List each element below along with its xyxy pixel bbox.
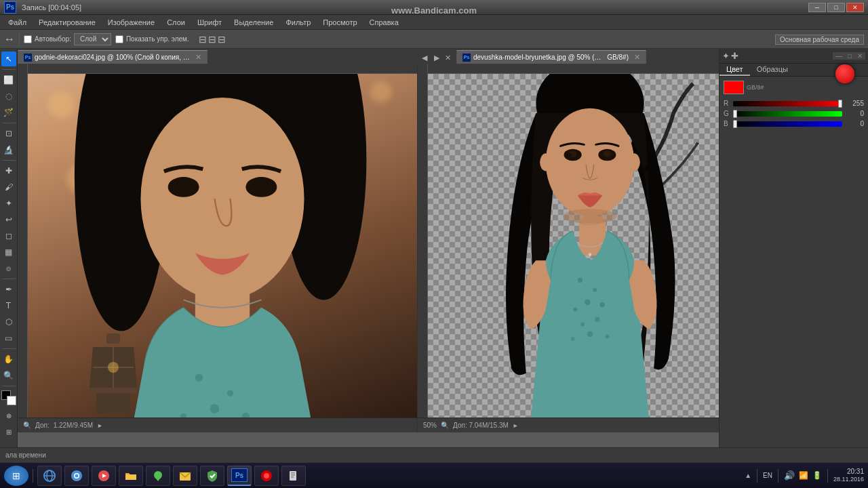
screen-mode-btn[interactable]: ⊞ (1, 424, 16, 439)
tab-samples[interactable]: Образцы (750, 64, 795, 76)
brush-tool[interactable]: 🖌 (1, 180, 16, 195)
svg-point-36 (580, 322, 585, 326)
healing-tool[interactable]: ✚ (1, 163, 16, 178)
text-tool[interactable]: T (1, 298, 16, 313)
eraser-tool[interactable]: ◻ (1, 228, 16, 243)
background-color[interactable] (7, 396, 16, 405)
tool-divider-1 (2, 69, 16, 70)
panel-expand-icon[interactable]: □ (845, 52, 854, 60)
lasso-tool[interactable]: ◌ (1, 89, 16, 104)
shape-tool[interactable]: ▭ (1, 331, 16, 346)
maximize-button[interactable]: □ (827, 3, 845, 12)
battery-icon[interactable]: 🔋 (812, 471, 822, 480)
clock[interactable]: 20:31 28.11.2016 (833, 467, 864, 484)
g-slider[interactable] (733, 111, 842, 117)
r-slider-thumb[interactable] (838, 100, 842, 108)
move-tool[interactable]: ↖ (1, 52, 16, 66)
menu-file[interactable]: Файл (3, 17, 32, 28)
dodge-tool[interactable]: ⌾ (1, 261, 16, 276)
right-zoom-icon[interactable]: 🔍 (441, 422, 449, 429)
auto-select-checkbox[interactable] (24, 35, 32, 43)
left-canvas[interactable]: 🔍 Доп: 1.22M/9.45M ► (18, 49, 418, 432)
auto-select-group: Автовыбор: Слой (24, 33, 111, 45)
menu-layers[interactable]: Слои (161, 17, 191, 28)
panel-menu-btn[interactable]: ✕ (442, 52, 454, 64)
taskbar-media[interactable] (92, 466, 116, 486)
align-right-btn[interactable]: ⊟ (218, 34, 226, 45)
b-slider-thumb[interactable] (733, 120, 737, 128)
close-button[interactable]: ✕ (846, 3, 864, 12)
color-swatches[interactable] (1, 390, 16, 405)
panel-close-icon[interactable]: ✕ (854, 52, 865, 60)
menu-edit[interactable]: Редактирование (33, 17, 101, 28)
left-zoom-icon[interactable]: 🔍 (23, 422, 31, 429)
taskbar-photoshop[interactable]: Ps (227, 466, 252, 486)
taskbar-messenger[interactable] (146, 466, 170, 486)
b-slider[interactable] (733, 121, 842, 127)
menu-help[interactable]: Справка (364, 17, 404, 28)
align-center-btn[interactable]: ⊟ (208, 34, 216, 45)
stamp-tool[interactable]: ✦ (1, 196, 16, 211)
right-canvas[interactable]: ◀ ▶ ✕ Ps devushka-model-bryunetka.jpg @ … (418, 49, 719, 432)
align-left-btn[interactable]: ⊟ (199, 34, 207, 45)
svg-point-34 (573, 308, 577, 312)
panel-hand-icon[interactable]: ✚ (731, 51, 738, 61)
marquee-tool[interactable]: ⬜ (1, 73, 16, 87)
left-doc-size-label: Доп: (35, 422, 50, 429)
menu-font[interactable]: Шрифт (192, 17, 227, 28)
left-doc-tab[interactable]: Ps godnie-dekoraci024.jpg @ 100% (Слой 0… (18, 50, 208, 64)
svg-point-37 (595, 317, 599, 322)
taskbar-record[interactable] (254, 466, 279, 486)
taskbar-ie[interactable] (37, 466, 62, 486)
path-tool[interactable]: ⬡ (1, 314, 16, 329)
gradient-tool[interactable]: ▦ (1, 245, 16, 260)
svg-point-9 (210, 404, 220, 413)
color-preview[interactable] (724, 81, 744, 94)
taskbar-chrome[interactable] (64, 466, 89, 486)
right-tab-close[interactable]: ✕ (634, 53, 640, 62)
menu-select[interactable]: Выделение (229, 17, 279, 28)
history-tool[interactable]: ↩ (1, 212, 16, 227)
taskbar-mail[interactable] (173, 466, 197, 486)
minimize-button[interactable]: ─ (808, 3, 826, 12)
menu-view[interactable]: Просмотр (317, 17, 362, 28)
sound-icon[interactable]: 🔊 (784, 470, 795, 481)
right-scroll-arrow[interactable]: ► (513, 422, 519, 429)
quick-mask-btn[interactable]: ⊕ (1, 408, 16, 423)
left-canvas-content (18, 64, 417, 432)
taskbar-antivirus[interactable] (200, 466, 224, 486)
wand-tool[interactable]: 🪄 (1, 105, 16, 120)
right-doc-tab[interactable]: Ps devushka-model-bryunetka.jpg @ 50% (С… (456, 50, 646, 64)
taskbar-explorer[interactable] (119, 466, 143, 486)
panel-expand-btn[interactable]: ▶ (431, 52, 442, 64)
clock-sep (827, 469, 828, 483)
left-tab-close[interactable]: ✕ (195, 53, 201, 62)
hand-tool[interactable]: ✋ (1, 352, 16, 367)
left-status-bar: 🔍 Доп: 1.22M/9.45M ► (18, 418, 417, 432)
start-button[interactable]: ⊞ (4, 466, 28, 486)
workspace-label[interactable]: Основная рабочая среда (775, 35, 864, 45)
crop-tool[interactable]: ⊡ (1, 126, 16, 141)
svg-point-7 (195, 373, 203, 381)
auto-select-dropdown[interactable]: Слой (74, 33, 111, 45)
menu-image[interactable]: Изображение (102, 17, 160, 28)
tray-arrow[interactable]: ▲ (745, 472, 751, 479)
tab-color[interactable]: Цвет (719, 64, 750, 76)
panel-collapse-btn[interactable]: ◀ (418, 52, 431, 64)
show-controls-checkbox[interactable] (115, 35, 123, 43)
menu-filter[interactable]: Фильтр (280, 17, 316, 28)
network-icon[interactable]: 📶 (799, 471, 808, 480)
svg-point-31 (578, 278, 583, 283)
zoom-tool[interactable]: 🔍 (1, 368, 16, 383)
g-slider-thumb[interactable] (733, 110, 737, 118)
pen-tool[interactable]: ✒ (1, 282, 16, 297)
eyedropper-tool[interactable]: 🔬 (1, 142, 16, 157)
gb-label: GB/8# (747, 84, 764, 91)
taskbar-files2[interactable] (281, 466, 306, 486)
panel-collapse-icon[interactable]: — (833, 52, 845, 60)
show-controls-group: Показать упр. элем. (115, 35, 189, 43)
panel-eyedropper-icon[interactable]: ✦ (722, 51, 730, 61)
r-slider[interactable] (733, 101, 842, 106)
g-label: G (724, 110, 730, 117)
left-scroll-arrow[interactable]: ► (97, 422, 103, 429)
